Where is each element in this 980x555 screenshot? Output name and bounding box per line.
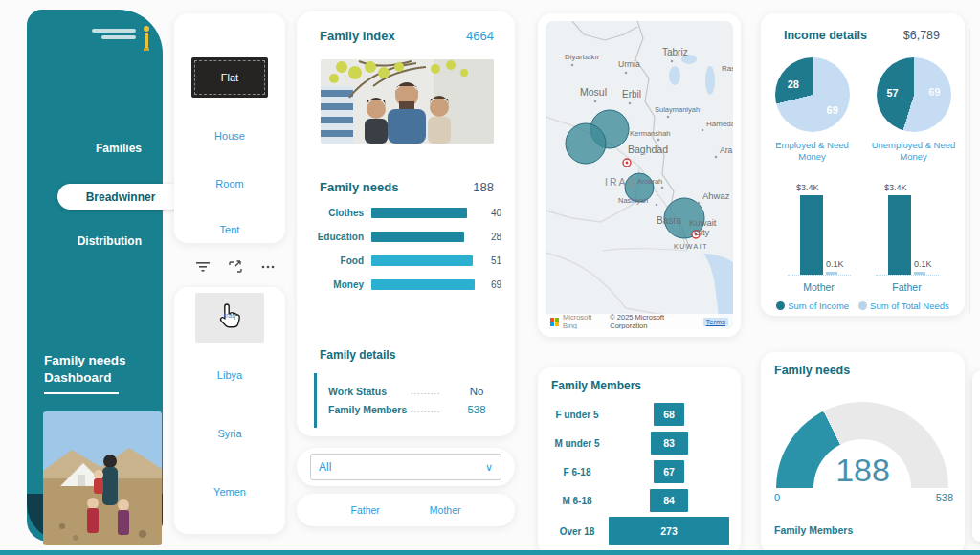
map-label: Kermanshah (630, 129, 671, 138)
map-label: Nasiriyah (618, 196, 648, 205)
pie-chart[interactable]: 28 69 (775, 57, 850, 132)
gauge-min: 0 (774, 492, 780, 503)
bing-brand: Microsoft Bing (563, 313, 606, 329)
funnel-row-over-18: Over 18 273 (547, 517, 731, 545)
country-option-syria[interactable]: Syria (174, 428, 285, 439)
family-details-box: Work Status ......... No Family Members … (314, 373, 498, 428)
map-label: KUWAIT (674, 243, 708, 250)
column-category: Mother (788, 281, 851, 293)
adjacent-card-edge (969, 29, 970, 314)
family-needs-gauge-card: Family needs 188 0 538 Family Members (761, 352, 965, 555)
adjacent-card-sliver (972, 371, 980, 542)
chevron-down-icon[interactable]: ∨ (485, 461, 493, 474)
map-attribution: Microsoft Bing © 2025 Microsoft Corporat… (546, 314, 733, 329)
all-dropdown[interactable]: All ∨ (310, 454, 501, 480)
legend-dot-needs (858, 301, 867, 310)
map-pin-baghdad (623, 159, 631, 166)
housing-option-flat[interactable]: Flat (191, 57, 268, 98)
pie-employed: 28 69 Employed & NeedMoney (770, 57, 855, 163)
gauge-max: 538 (936, 492, 953, 503)
family-index-value: 4664 (466, 29, 494, 43)
sidebar-nav: Families Breadwinner Distribution (27, 142, 163, 277)
map-label: Ara (720, 145, 733, 155)
gauge-title: Family needs (761, 352, 965, 377)
column-group-father: $3.4K 0.1K Father (876, 193, 939, 297)
bar-education (371, 232, 464, 242)
needs-bar[interactable]: 0.1K (826, 272, 837, 275)
father-button[interactable]: Father (350, 504, 379, 516)
family-index-label: Family Index (320, 29, 395, 43)
map-label: Sulaymaniyah (655, 105, 700, 114)
family-needs-bar-chart: Clothes 40 Education 28 Food 51 Money 69 (310, 205, 501, 300)
needs-row-clothes: Clothes 40 (310, 205, 501, 221)
dashboard-canvas: Families Breadwinner Distribution Family… (0, 0, 980, 555)
map-label: Baghdad (628, 144, 668, 155)
filter-icon[interactable] (195, 260, 211, 274)
ngo-logo-text (92, 29, 136, 39)
housing-option-house[interactable]: House (174, 130, 285, 142)
bing-logo-icon (550, 318, 559, 326)
bottom-accent-strip (0, 550, 980, 555)
family-needs-label: Family needs (320, 180, 398, 194)
gauge-value: 188 (761, 452, 965, 489)
housing-option-room[interactable]: Room (174, 178, 285, 189)
income-legend: Sum of Income Sum of Total Needs (761, 300, 965, 311)
family-photo (321, 59, 494, 144)
income-details-card: Income details $6,789 28 69 Employed & N… (761, 13, 965, 316)
funnel-bar[interactable]: 67 (654, 460, 684, 483)
column-category: Father (876, 281, 939, 293)
country-option-libya[interactable]: Libya (174, 369, 285, 381)
legend-dot-income (776, 301, 785, 310)
family-details-label: Family details (320, 348, 395, 362)
ngo-logo-figure-icon (140, 25, 153, 54)
funnel-bar[interactable]: 83 (651, 432, 688, 455)
map-bubble[interactable] (566, 123, 606, 164)
sidebar-item-breadwinner[interactable]: Breadwinner (57, 184, 184, 210)
map-label: Tabriz (662, 47, 688, 57)
funnel-row-f-6-18: F 6-18 67 (547, 459, 731, 484)
detail-row-family-members: Family Members ......... 538 (328, 404, 498, 415)
needs-row-food: Food 51 (310, 253, 501, 269)
sidebar-item-distribution[interactable]: Distribution (27, 234, 163, 248)
pie-chart[interactable]: 57 69 (877, 57, 951, 132)
visual-header-toolbar (195, 260, 291, 274)
country-slicer-card: Iraq Libya Syria Yemen (174, 287, 285, 534)
funnel-row-m-under-5: M under 5 83 (547, 431, 731, 455)
country-option-iraq[interactable]: Iraq (195, 293, 264, 343)
family-members-card: Family Members F under 5 68 M under 5 83… (538, 367, 741, 555)
map-label: IRAQ (605, 176, 637, 188)
family-members-funnel-chart: F under 5 68 M under 5 83 F 6-18 67 M 6-… (547, 402, 731, 549)
focus-mode-icon[interactable] (228, 260, 243, 274)
income-bar[interactable]: $3.4K (888, 195, 911, 275)
more-options-icon[interactable] (260, 260, 276, 274)
pie-unemployed: 57 69 Unemployed & NeedMoney (872, 57, 956, 163)
funnel-bar[interactable]: 84 (650, 489, 688, 512)
map-label: Urmia (618, 59, 640, 69)
dashboard-title: Family needs Dashboard (44, 352, 126, 394)
needs-row-money: Money 69 (310, 277, 501, 293)
housing-slicer-card: Flat House Room Tent (174, 13, 285, 243)
sidebar: Families Breadwinner Distribution Family… (27, 10, 163, 542)
bar-money (371, 279, 475, 290)
bar-clothes (371, 208, 467, 218)
income-pie-charts: 28 69 Employed & NeedMoney 57 69 Unemplo… (761, 57, 965, 163)
map-label: Diyarbakır (565, 53, 600, 61)
gauge-bottom-label: Family Members (774, 524, 853, 536)
needs-bar[interactable]: 0.1K (914, 272, 925, 275)
family-needs-value: 188 (473, 180, 494, 194)
map-label: Basra (657, 215, 682, 226)
housing-option-tent[interactable]: Tent (174, 224, 285, 235)
country-option-yemen[interactable]: Yemen (174, 486, 285, 498)
map-label: City (694, 227, 710, 237)
title-underline (44, 392, 119, 394)
parent-slicer-card: Father Mother (297, 494, 515, 526)
bing-map[interactable]: Diyarbakır Urmia Tabriz Ras Mosul Erbil … (546, 21, 733, 329)
family-detail-card: Family Index 4664 (297, 11, 515, 436)
camp-photo (43, 411, 162, 545)
mother-button[interactable]: Mother (430, 504, 461, 516)
funnel-bar[interactable]: 68 (654, 403, 685, 426)
income-bar[interactable]: $3.4K (800, 195, 823, 275)
funnel-bar[interactable]: 273 (609, 517, 729, 545)
map-terms-link[interactable]: Terms (703, 318, 728, 326)
sidebar-item-families[interactable]: Families (27, 142, 163, 155)
